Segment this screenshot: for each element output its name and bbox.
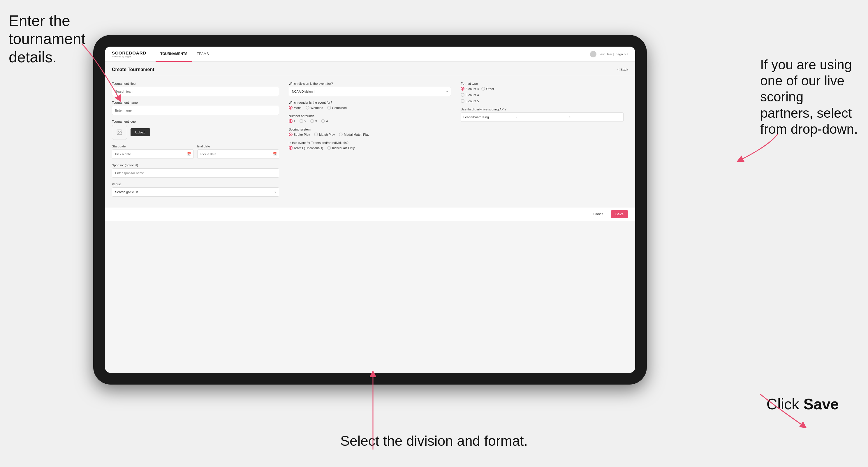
individuals-only[interactable]: Individuals Only — [327, 146, 355, 150]
sponsor-label: Sponsor (optional) — [112, 163, 279, 167]
save-bold-label: Save — [804, 396, 839, 412]
division-label: Which division is the event for? — [289, 82, 451, 85]
scoring-match-label: Match Play — [319, 133, 335, 136]
radio-other-circle — [482, 87, 485, 91]
tab-teams[interactable]: TEAMS — [192, 46, 213, 62]
rounds-3-label: 3 — [315, 119, 317, 123]
rounds-2[interactable]: 2 — [300, 119, 306, 123]
venue-group: Venue Search golf club ▾ — [112, 182, 279, 197]
scoring-radio-group: Stroke Play Match Play Medal Match Play — [289, 132, 451, 136]
radio-individuals-circle — [327, 146, 331, 150]
form-col-2: Which division is the event for? NCAA Di… — [284, 82, 456, 201]
gender-combined[interactable]: Combined — [327, 106, 347, 110]
start-date-label: Start date — [112, 145, 194, 148]
teams-plus-individuals[interactable]: Teams (+Individuals) — [289, 146, 323, 150]
annotation-top-left: Enter the tournament details. — [9, 12, 90, 66]
live-scoring-select[interactable]: Leaderboard King × ÷ — [461, 113, 624, 122]
form-col-1: Tournament Host Tournament name Tourname… — [112, 82, 284, 201]
format-6count5[interactable]: 6 count 5 — [461, 99, 624, 103]
save-button[interactable]: Save — [611, 210, 628, 218]
annotation-bottom-right: Click Save — [766, 395, 839, 413]
end-date-input[interactable] — [197, 150, 279, 159]
teams-group: Is this event for Teams and/or Individua… — [289, 141, 451, 150]
rounds-1[interactable]: 1 — [289, 119, 296, 123]
live-scoring-group: Use third-party live scoring API? Leader… — [461, 107, 624, 122]
scoring-stroke-label: Stroke Play — [294, 133, 310, 136]
format-type-group: Format type 5 count 4 Other — [461, 82, 624, 103]
tab-tournaments[interactable]: TOURNAMENTS — [156, 46, 192, 62]
division-select[interactable]: NCAA Division I ▾ — [289, 87, 451, 96]
rounds-4[interactable]: 4 — [321, 119, 328, 123]
start-date-input[interactable] — [112, 150, 194, 159]
format-type-label: Format type — [461, 82, 624, 85]
format-other[interactable]: Other — [482, 87, 499, 91]
format-6count4[interactable]: 6 count 4 — [461, 93, 624, 97]
gender-womens[interactable]: Womens — [306, 106, 323, 110]
radio-5count4-circle — [461, 87, 464, 91]
radio-stroke-circle — [289, 132, 292, 136]
rounds-4-label: 4 — [326, 119, 328, 123]
page-header: Create Tournament < Back — [105, 62, 635, 76]
format-6count5-label: 6 count 5 — [466, 99, 479, 103]
tournament-host-label: Tournament Host — [112, 82, 279, 85]
sponsor-input[interactable] — [112, 168, 279, 178]
format-row-1: 5 count 4 Other — [461, 87, 499, 91]
live-scoring-value: Leaderboard King — [463, 115, 516, 119]
tournament-logo-label: Tournament logo — [112, 120, 279, 123]
search-team-input[interactable] — [112, 87, 279, 96]
format-options: 5 count 4 Other 6 count 4 — [461, 87, 624, 103]
gender-group: Which gender is the event for? Mens Wome… — [289, 101, 451, 110]
radio-mens-circle — [289, 106, 292, 110]
tournament-host-group: Tournament Host — [112, 82, 279, 96]
format-5count4-label: 5 count 4 — [466, 87, 479, 91]
end-date-wrap: 📅 — [197, 150, 279, 159]
scoring-stroke[interactable]: Stroke Play — [289, 132, 310, 136]
gender-womens-label: Womens — [311, 106, 323, 110]
venue-label: Venue — [112, 182, 279, 186]
scoring-match[interactable]: Match Play — [314, 132, 335, 136]
format-6count4-label: 6 count 4 — [466, 93, 479, 97]
back-button[interactable]: < Back — [617, 68, 628, 72]
form-footer: Cancel Save — [105, 207, 635, 221]
format-5count4[interactable]: 5 count 4 — [461, 87, 479, 91]
chevron-down-icon-division: ▾ — [446, 90, 448, 93]
scoring-group: Scoring system Stroke Play Match Play — [289, 128, 451, 136]
tournament-name-group: Tournament name — [112, 101, 279, 115]
page-title: Create Tournament — [112, 67, 154, 72]
teams-radio-group: Teams (+Individuals) Individuals Only — [289, 146, 451, 150]
radio-4-circle — [321, 119, 325, 123]
annotation-top-right: If you are using one of our live scoring… — [760, 57, 859, 137]
cancel-button[interactable]: Cancel — [590, 210, 608, 218]
nav-tabs: TOURNAMENTS TEAMS — [156, 46, 590, 62]
teams-label: Is this event for Teams and/or Individua… — [289, 141, 451, 145]
radio-6count5-circle — [461, 99, 464, 103]
upload-button[interactable]: Upload — [130, 128, 150, 136]
date-row: Start date 📅 End date 📅 — [112, 145, 279, 159]
tournament-logo-group: Tournament logo Upload — [112, 120, 279, 140]
sponsor-group: Sponsor (optional) — [112, 163, 279, 178]
chevron-down-icon: ▾ — [275, 190, 276, 194]
end-date-label: End date — [197, 145, 279, 148]
tournament-name-input[interactable] — [112, 106, 279, 115]
gender-combined-label: Combined — [332, 106, 347, 110]
format-other-label: Other — [486, 87, 494, 91]
radio-medal-circle — [339, 132, 343, 136]
sign-out-link[interactable]: Sign out — [617, 53, 628, 56]
scoring-medal[interactable]: Medal Match Play — [339, 132, 369, 136]
rounds-group: Number of rounds 1 2 3 — [289, 114, 451, 123]
logo-sub: Powered by clippit — [112, 55, 146, 58]
radio-3-circle — [310, 119, 314, 123]
logo-placeholder — [112, 125, 127, 140]
live-scoring-clear[interactable]: × — [516, 115, 567, 119]
calendar-icon: 📅 — [187, 152, 191, 156]
division-value: NCAA Division I — [292, 90, 315, 93]
rounds-3[interactable]: 3 — [310, 119, 317, 123]
radio-match-circle — [314, 132, 318, 136]
avatar — [590, 51, 596, 57]
logo-main: SCOREBOARD — [112, 51, 146, 55]
annotation-bottom-center: Select the division and format. — [340, 433, 528, 449]
app-logo: SCOREBOARD Powered by clippit — [112, 51, 146, 58]
gender-radio-group: Mens Womens Combined — [289, 106, 451, 110]
venue-select[interactable]: Search golf club ▾ — [112, 187, 279, 197]
gender-mens[interactable]: Mens — [289, 106, 302, 110]
